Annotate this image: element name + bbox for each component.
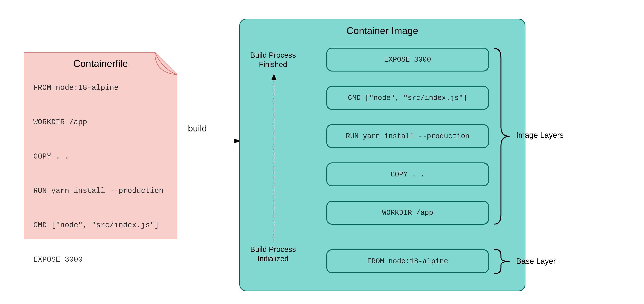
container-image-title: Container Image (240, 25, 525, 36)
build-process-arrow (270, 74, 278, 242)
brace-image-layers (493, 47, 512, 226)
brace-base-layer (493, 247, 512, 276)
svg-marker-3 (271, 74, 276, 80)
build-arrow-label: build (188, 123, 207, 134)
image-layers-label: Image Layers (516, 131, 564, 140)
base-layer-label: Base Layer (516, 257, 556, 266)
build-arrow (178, 137, 240, 145)
build-process-initialized-label: Build Process Initialized (247, 245, 299, 263)
layer-workdir: WORKDIR /app (326, 201, 489, 225)
containerfile-code: FROM node:18-alpine WORKDIR /app COPY . … (33, 79, 164, 268)
containerfile-note: Containerfile FROM node:18-alpine WORKDI… (24, 52, 177, 239)
layer-cmd: CMD ["node", "src/index.js"] (326, 86, 489, 110)
diagram-canvas: Containerfile FROM node:18-alpine WORKDI… (0, 0, 644, 304)
layer-expose: EXPOSE 3000 (326, 48, 489, 72)
build-process-finished-label: Build Process Finished (247, 50, 299, 69)
layer-copy: COPY . . (326, 162, 489, 186)
layer-from: FROM node:18-alpine (326, 249, 489, 273)
containerfile-title: Containerfile (24, 58, 177, 69)
layer-run: RUN yarn install --production (326, 124, 489, 148)
